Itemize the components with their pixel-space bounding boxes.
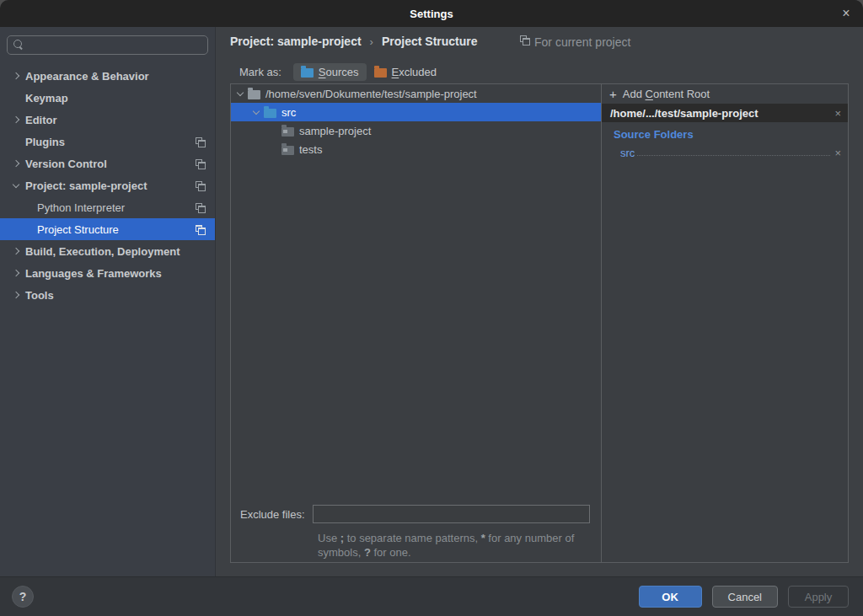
per-project-settings-icon	[196, 203, 205, 212]
tree-item-label: /home/sven/Dokumente/test/sample-project	[265, 88, 477, 100]
chevron-down-icon[interactable]	[253, 107, 260, 114]
content-root-path: /home/.../test/sample-project	[610, 107, 758, 120]
sidebar-item-languages-frameworks[interactable]: Languages & Frameworks	[0, 262, 215, 284]
source-folders-heading: Source Folders	[614, 128, 848, 141]
sidebar-item-appearance-behavior[interactable]: Appearance & Behavior	[0, 65, 215, 87]
sidebar-item-label: Editor	[25, 114, 57, 126]
folder-icon	[248, 90, 260, 99]
chevron-right-icon	[13, 248, 19, 254]
scope-indicator: For current project	[520, 35, 630, 49]
tree-item-label: src	[281, 106, 296, 119]
chevron-right-icon	[13, 160, 19, 167]
close-icon[interactable]: ×	[838, 5, 855, 22]
chevron-right-icon	[13, 292, 19, 298]
chevron-right-icon	[13, 270, 19, 276]
exclude-files-input[interactable]	[313, 505, 590, 523]
scope-label: For current project	[534, 35, 630, 49]
dialog-title: Settings	[410, 8, 453, 20]
add-content-root-button[interactable]: + Add Content Root	[602, 84, 848, 104]
sidebar-item-label: Project: sample-project	[25, 179, 147, 192]
sidebar-item-tools[interactable]: Tools	[0, 284, 215, 306]
hint-text: Use	[318, 532, 340, 544]
tree-row-content-root[interactable]: /home/sven/Dokumente/test/sample-project	[231, 84, 601, 103]
dotted-leader	[637, 155, 830, 156]
label-rest: xcluded	[399, 66, 437, 78]
title-bar: Settings ×	[0, 0, 863, 27]
label-rest: ources	[326, 66, 359, 78]
sidebar-item-label: Tools	[25, 289, 54, 302]
sidebar-item-keymap[interactable]: Keymap	[0, 87, 215, 109]
per-project-settings-icon	[196, 181, 205, 190]
search-icon	[13, 40, 24, 51]
source-folder-item[interactable]: src ×	[602, 142, 848, 159]
tree-row-tests[interactable]: tests	[231, 140, 601, 158]
sources-folder-icon	[301, 68, 314, 78]
mark-excluded-button[interactable]: Excluded	[367, 63, 444, 81]
sidebar-item-python-interpreter[interactable]: Python Interpreter	[0, 196, 215, 218]
folder-icon	[281, 127, 294, 137]
sidebar-item-version-control[interactable]: Version Control	[0, 153, 215, 174]
breadcrumb: Project: sample-project › Project Struct…	[230, 35, 478, 48]
mark-sources-button[interactable]: Sources	[293, 63, 367, 81]
settings-nav: Appearance & Behavior Keymap Editor Plug…	[0, 65, 215, 306]
source-folder-name: src	[620, 147, 635, 159]
breadcrumb-separator: ›	[370, 35, 373, 48]
mnemonic: E	[392, 66, 399, 78]
breadcrumb-page: Project Structure	[382, 35, 478, 48]
tree-row-sample-project[interactable]: sample-project	[231, 121, 601, 140]
settings-dialog: Settings × Appearance & Behavior Keymap …	[0, 0, 863, 616]
chevron-right-icon	[13, 72, 19, 79]
mnemonic: S	[319, 66, 326, 78]
sidebar-item-label: Appearance & Behavior	[25, 70, 149, 83]
apply-button[interactable]: Apply	[788, 586, 849, 608]
ok-button[interactable]: OK	[639, 586, 702, 608]
cancel-button[interactable]: Cancel	[712, 586, 778, 608]
label-rest: ontent Root	[653, 88, 710, 100]
sidebar-item-project[interactable]: Project: sample-project	[0, 174, 215, 196]
content-box: /home/sven/Dokumente/test/sample-project…	[230, 83, 849, 563]
per-project-settings-icon	[196, 225, 205, 234]
sidebar-item-label: Build, Execution, Deployment	[25, 245, 180, 258]
label-pre: Add	[623, 88, 646, 100]
exclude-files-hint: Use ; to separate name patterns, * for a…	[318, 531, 604, 560]
add-content-root-label: Add Content Root	[623, 88, 710, 100]
remove-content-root-icon[interactable]: ×	[834, 107, 841, 120]
tree-item-label: tests	[299, 143, 322, 156]
mark-sources-label: Sources	[319, 66, 359, 78]
sidebar-item-editor[interactable]: Editor	[0, 109, 215, 131]
chevron-down-icon	[13, 180, 19, 187]
sidebar-item-build-execution-deployment[interactable]: Build, Execution, Deployment	[0, 240, 215, 262]
breadcrumb-project: Project: sample-project	[230, 35, 362, 48]
sidebar-item-label: Python Interpreter	[37, 201, 125, 214]
directory-tree: /home/sven/Dokumente/test/sample-project…	[231, 84, 601, 562]
plus-icon: +	[609, 88, 617, 100]
settings-sidebar: Appearance & Behavior Keymap Editor Plug…	[0, 27, 216, 576]
project-structure-panel: Project: sample-project › Project Struct…	[217, 27, 863, 576]
excluded-folder-icon	[374, 68, 387, 78]
per-project-settings-icon	[196, 137, 205, 147]
sidebar-item-label: Version Control	[25, 158, 107, 170]
search-input[interactable]	[7, 35, 208, 55]
folder-icon	[281, 146, 294, 155]
sidebar-item-label: Keymap	[25, 92, 68, 104]
source-folder-icon	[264, 109, 276, 118]
chevron-right-icon	[13, 116, 19, 123]
content-roots-pane: + Add Content Root /home/.../test/sample…	[601, 84, 848, 562]
sidebar-item-plugins[interactable]: Plugins	[0, 131, 215, 153]
dialog-footer: ? OK Cancel Apply	[0, 576, 863, 616]
tree-item-label: sample-project	[299, 125, 371, 137]
content-root-item[interactable]: /home/.../test/sample-project ×	[602, 104, 848, 122]
help-button[interactable]: ?	[12, 586, 34, 608]
exclude-files-label: Exclude files:	[240, 508, 305, 521]
sidebar-item-label: Project Structure	[37, 223, 119, 236]
remove-source-folder-icon[interactable]: ×	[834, 147, 841, 159]
chevron-down-icon[interactable]	[237, 88, 244, 95]
tree-row-src[interactable]: src	[231, 103, 601, 121]
footer-buttons: OK Cancel Apply	[639, 586, 849, 608]
mark-as-toolbar: Mark as: Sources Excluded	[239, 63, 444, 81]
sidebar-item-label: Languages & Frameworks	[25, 267, 162, 280]
hint-question: ?	[364, 546, 371, 559]
sidebar-item-project-structure[interactable]: Project Structure	[0, 218, 215, 240]
mark-as-label: Mark as:	[239, 66, 281, 78]
hint-text: for one.	[371, 546, 411, 559]
